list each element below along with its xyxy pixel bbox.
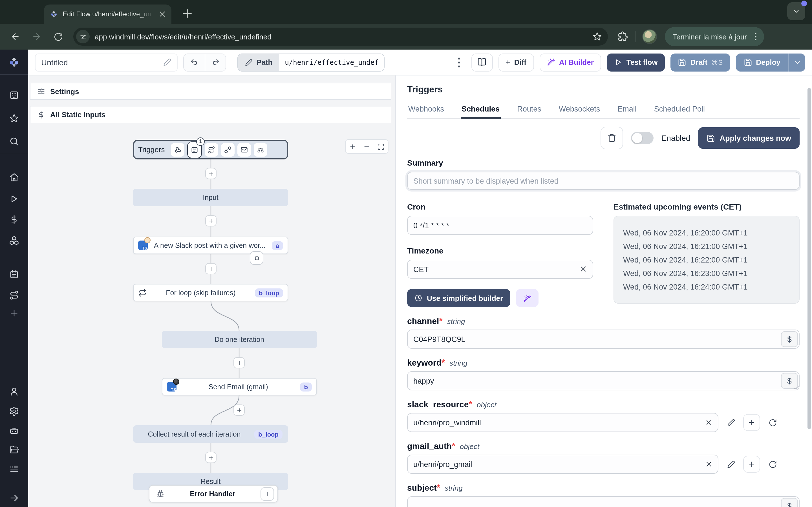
sidebar-item-user[interactable]	[9, 386, 19, 397]
insert-step-button[interactable]	[234, 357, 245, 369]
insert-step-button[interactable]	[205, 452, 216, 463]
triggers-node[interactable]: Triggers 1	[133, 140, 288, 159]
node-error-handler[interactable]: Error Handler	[149, 485, 278, 503]
node-send-email[interactable]: TS Send Email (gmail) b	[162, 378, 317, 395]
add-resource-button[interactable]	[743, 456, 760, 473]
add-error-handler-button[interactable]	[260, 487, 274, 501]
profile-avatar[interactable]	[642, 29, 657, 44]
ai-cron-button[interactable]	[516, 289, 539, 307]
trigger-webhook-button[interactable]	[171, 143, 185, 156]
trigger-route-button[interactable]	[205, 143, 218, 156]
extensions-icon[interactable]	[617, 31, 628, 42]
trigger-poll-button[interactable]	[254, 143, 267, 156]
settings-bar[interactable]: Settings	[30, 83, 391, 100]
forward-button[interactable]	[27, 27, 46, 46]
tab-scheduled-poll[interactable]: Scheduled Poll	[653, 105, 706, 118]
fit-view-button[interactable]	[374, 139, 388, 154]
reload-button[interactable]	[49, 27, 68, 46]
node-action-button[interactable]	[250, 251, 263, 265]
sidebar-item-folders[interactable]	[9, 445, 19, 455]
sidebar-item-home[interactable]	[9, 172, 19, 182]
timezone-input[interactable]	[407, 260, 593, 279]
sidebar-item-apps[interactable]	[9, 464, 19, 474]
deploy-button[interactable]: Deploy	[735, 53, 788, 71]
windmill-logo[interactable]	[8, 56, 20, 69]
insert-step-button[interactable]	[205, 263, 216, 274]
redo-button[interactable]	[205, 54, 225, 71]
enabled-toggle[interactable]	[631, 132, 654, 144]
trigger-websocket-button[interactable]	[221, 143, 235, 156]
zoom-in-button[interactable]	[346, 139, 360, 154]
deploy-dropdown-button[interactable]	[788, 53, 805, 71]
edit-resource-button[interactable]	[724, 416, 738, 429]
sidebar-item-favorites[interactable]	[9, 113, 19, 123]
node-collect-result[interactable]: Collect result of each iteration b_loop	[133, 425, 288, 443]
add-resource-button[interactable]	[743, 414, 760, 431]
path-group[interactable]: Path u/henri/effective_undef	[238, 53, 385, 71]
sidebar-item-variables[interactable]	[9, 215, 19, 225]
refresh-resource-button[interactable]	[766, 416, 779, 429]
address-bar[interactable]: app.windmill.dev/flows/edit/u/henri/effe…	[73, 27, 608, 46]
sidebar-item-runs[interactable]	[9, 194, 19, 204]
ai-builder-button[interactable]: AI Builder	[539, 53, 601, 71]
sidebar-item-search[interactable]	[9, 136, 19, 147]
simplified-builder-button[interactable]: Use simplified builder	[407, 289, 510, 307]
tab-search-button[interactable]	[787, 2, 805, 20]
apply-changes-button[interactable]: Apply changes now	[698, 127, 800, 149]
insert-step-button[interactable]	[234, 404, 245, 416]
insert-step-button[interactable]	[205, 168, 216, 179]
tab-webhooks[interactable]: Webhooks	[407, 105, 445, 118]
draft-button[interactable]: Draft ⌘S	[671, 53, 730, 71]
tab-close-icon[interactable]	[158, 10, 167, 18]
sidebar-item-create[interactable]	[9, 308, 19, 318]
node-input[interactable]: Input	[133, 189, 288, 206]
site-info-button[interactable]	[76, 30, 90, 43]
panel-scrollbar[interactable]	[808, 88, 811, 429]
flow-name-field[interactable]: Untitled	[35, 53, 177, 71]
sidebar-item-settings[interactable]	[9, 406, 19, 416]
zoom-out-button[interactable]	[360, 139, 374, 154]
test-flow-button[interactable]: Test flow	[607, 53, 665, 71]
cron-input[interactable]	[407, 216, 593, 235]
insert-step-button[interactable]	[205, 215, 216, 226]
tab-routes[interactable]: Routes	[516, 105, 543, 118]
docs-button[interactable]	[471, 53, 493, 71]
bookmark-star-icon[interactable]	[592, 32, 602, 42]
diff-button[interactable]: ± Diff	[498, 53, 534, 71]
tab-schedules[interactable]: Schedules	[460, 105, 501, 118]
trigger-schedule-button[interactable]: 1	[187, 141, 202, 158]
browser-menu-icon[interactable]	[750, 32, 760, 42]
clear-resource-icon[interactable]	[705, 418, 713, 427]
trigger-email-button[interactable]	[238, 143, 251, 156]
node-slack-step[interactable]: TS A new Slack post with a given wor... …	[133, 237, 288, 254]
clear-timezone-icon[interactable]	[579, 265, 588, 273]
summary-input[interactable]	[407, 172, 800, 190]
subject-input[interactable]	[407, 496, 800, 507]
delete-schedule-button[interactable]	[601, 127, 623, 149]
tab-email[interactable]: Email	[616, 105, 638, 118]
node-do-one-iteration[interactable]: Do one iteration	[162, 331, 317, 348]
refresh-resource-button[interactable]	[766, 457, 779, 471]
sidebar-item-workspace[interactable]	[9, 90, 19, 100]
path-value[interactable]: u/henri/effective_undef	[279, 54, 384, 71]
browser-tab[interactable]: Edit Flow u/henri/effective_un	[44, 4, 171, 24]
edit-resource-button[interactable]	[724, 457, 738, 471]
gmail-auth-input[interactable]	[407, 455, 718, 474]
keyword-input[interactable]	[407, 371, 800, 390]
channel-input[interactable]	[407, 330, 800, 349]
new-tab-button[interactable]	[181, 7, 194, 20]
clear-resource-icon[interactable]	[705, 460, 713, 468]
more-options-icon[interactable]	[452, 55, 465, 69]
node-forloop[interactable]: For loop (skip failures) b_loop	[133, 284, 288, 301]
tab-websockets[interactable]: Websockets	[558, 105, 601, 118]
sidebar-item-workers[interactable]	[9, 426, 19, 436]
insert-variable-button[interactable]: $	[781, 498, 798, 507]
undo-button[interactable]	[184, 54, 205, 71]
update-chrome-button[interactable]: Terminer la mise à jour	[665, 27, 764, 46]
sidebar-item-routes[interactable]	[9, 290, 19, 300]
back-button[interactable]	[6, 27, 25, 46]
all-static-inputs-bar[interactable]: All Static Inputs	[30, 106, 391, 123]
sidebar-collapse-arrow[interactable]	[9, 493, 19, 503]
slack-resource-input[interactable]	[407, 413, 718, 432]
sidebar-item-resources[interactable]	[9, 235, 19, 245]
